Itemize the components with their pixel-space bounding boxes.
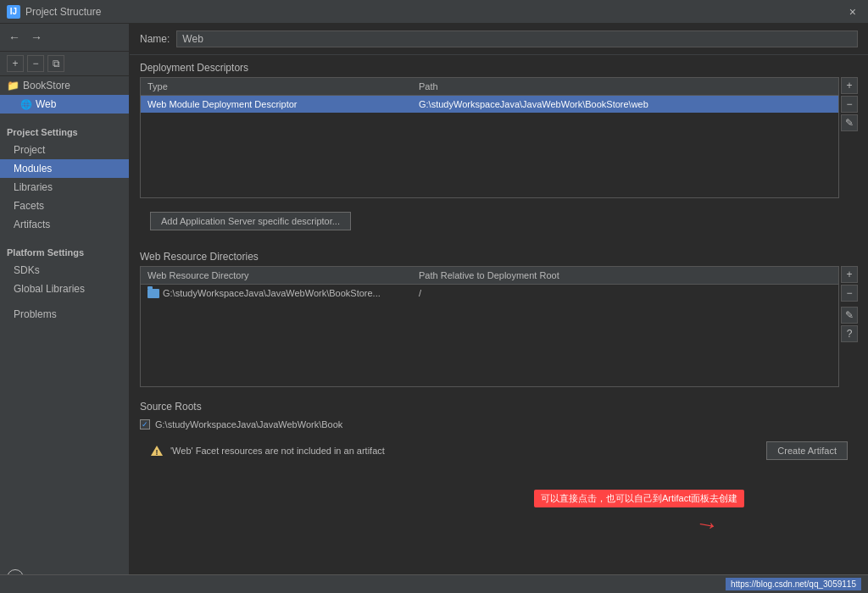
tree-toolbar: + − ⧉ xyxy=(0,52,129,76)
source-root-value: G:\studyWorkspaceJava\JavaWebWork\Book xyxy=(155,419,858,430)
project-icon: 📁 xyxy=(7,80,19,91)
dd-actions: + − ✎ xyxy=(841,77,858,131)
nav-back-button[interactable]: ← xyxy=(7,29,22,46)
sidebar: ← → + − ⧉ 📁 BookStore 🌐 Web Project Sett… xyxy=(0,24,130,593)
title-text: Project Structure xyxy=(25,6,101,18)
sidebar-item-global-libraries-label: Global Libraries xyxy=(14,283,85,295)
main-layout: ← → + − ⧉ 📁 BookStore 🌐 Web Project Sett… xyxy=(0,24,868,593)
wrd-question-button[interactable]: ? xyxy=(841,325,858,342)
sidebar-item-project[interactable]: Project xyxy=(0,141,129,159)
wrd-row-0[interactable]: G:\studyWorkspaceJava\JavaWebWork\BookSt… xyxy=(141,285,838,302)
project-settings-section: Project Settings Project Modules Librari… xyxy=(0,120,129,234)
problems-section: Problems xyxy=(0,305,129,324)
nav-forward-button[interactable]: → xyxy=(29,29,44,46)
name-label: Name: xyxy=(140,33,170,45)
source-roots-title: Source Roots xyxy=(130,394,868,416)
content-area: Name: Deployment Descriptors Type Path W… xyxy=(130,24,868,593)
warning-row: ! 'Web' Facet resources are not included… xyxy=(140,436,858,465)
dd-table-empty xyxy=(141,113,838,197)
sidebar-item-facets-label: Facets xyxy=(14,200,44,212)
dd-remove-button[interactable]: − xyxy=(841,96,858,113)
content-body: Deployment Descriptors Type Path Web Mod… xyxy=(130,55,868,593)
wrd-table-header: Web Resource Directory Path Relative to … xyxy=(141,267,838,285)
sidebar-item-libraries[interactable]: Libraries xyxy=(0,178,129,197)
add-server-button[interactable]: Add Application Server specific descript… xyxy=(150,212,351,230)
web-resource-dirs-title: Web Resource Directories xyxy=(130,244,868,266)
sidebar-item-libraries-label: Libraries xyxy=(14,181,53,193)
folder-icon xyxy=(147,289,159,298)
sidebar-item-sdks-label: SDKs xyxy=(14,264,40,276)
sidebar-item-artifacts-label: Artifacts xyxy=(14,219,50,230)
platform-settings-title: Platform Settings xyxy=(0,241,129,261)
tree-item-bookstore[interactable]: 📁 BookStore xyxy=(0,76,129,95)
wrd-add-button[interactable]: + xyxy=(841,266,858,283)
wrd-table: Web Resource Directory Path Relative to … xyxy=(140,266,839,387)
sidebar-item-modules[interactable]: Modules xyxy=(0,159,129,178)
tree-item-bookstore-label: BookStore xyxy=(23,80,70,91)
dd-table-header: Type Path xyxy=(141,78,838,96)
remove-module-button[interactable]: − xyxy=(27,55,44,72)
title-bar-left: IJ Project Structure xyxy=(7,5,101,19)
dd-table: Type Path Web Module Deployment Descript… xyxy=(140,77,839,198)
add-module-button[interactable]: + xyxy=(7,55,24,72)
warning-icon: ! xyxy=(150,444,164,457)
sidebar-item-problems[interactable]: Problems xyxy=(0,305,129,324)
app-icon: IJ xyxy=(7,5,20,19)
add-server-section: Add Application Server specific descript… xyxy=(140,205,858,237)
dd-row-0[interactable]: Web Module Deployment Descriptor G:\stud… xyxy=(141,96,838,113)
status-url[interactable]: https://blog.csdn.net/qq_3059115 xyxy=(726,578,861,590)
status-bar: https://blog.csdn.net/qq_3059115 xyxy=(0,574,868,593)
title-bar: IJ Project Structure × xyxy=(0,0,868,24)
wrd-row-0-dir: G:\studyWorkspaceJava\JavaWebWork\BookSt… xyxy=(141,285,412,302)
copy-module-button[interactable]: ⧉ xyxy=(47,55,64,72)
wrd-dir-header: Web Resource Directory xyxy=(141,267,412,284)
source-roots-section: Source Roots ✓ G:\studyWorkspaceJava\Jav… xyxy=(130,394,868,433)
tree-item-web-label: Web xyxy=(36,98,56,110)
name-input[interactable] xyxy=(176,30,858,47)
arrow-annotation: → xyxy=(693,509,721,540)
wrd-edit-button[interactable]: ✎ xyxy=(841,307,858,324)
dd-row-0-type: Web Module Deployment Descriptor xyxy=(141,96,412,113)
deployment-descriptors-title: Deployment Descriptors xyxy=(130,55,868,77)
sidebar-item-sdks[interactable]: SDKs xyxy=(0,261,129,280)
sidebar-item-project-label: Project xyxy=(14,144,45,156)
sidebar-nav: ← → xyxy=(0,24,129,52)
source-root-row: ✓ G:\studyWorkspaceJava\JavaWebWork\Book xyxy=(130,416,868,433)
sidebar-item-artifacts[interactable]: Artifacts xyxy=(0,215,129,234)
wrd-table-empty xyxy=(141,302,838,386)
dd-row-0-path: G:\studyWorkspaceJava\JavaWebWork\BookSt… xyxy=(412,96,838,113)
platform-settings-section: Platform Settings SDKs Global Libraries xyxy=(0,241,129,298)
warning-text: 'Web' Facet resources are not included i… xyxy=(170,446,760,456)
sidebar-item-facets[interactable]: Facets xyxy=(0,197,129,215)
project-settings-title: Project Settings xyxy=(0,120,129,141)
dd-path-header: Path xyxy=(412,78,838,95)
wrd-rel-header: Path Relative to Deployment Root xyxy=(412,267,838,284)
wrd-actions: + − ✎ ? xyxy=(841,266,858,342)
close-button[interactable]: × xyxy=(844,3,861,20)
sidebar-item-problems-label: Problems xyxy=(14,308,57,320)
content-header: Name: xyxy=(130,24,868,55)
dd-edit-button[interactable]: ✎ xyxy=(841,114,858,131)
web-module-icon: 🌐 xyxy=(20,99,32,110)
tree-item-web[interactable]: 🌐 Web xyxy=(0,95,129,114)
wrd-remove-button[interactable]: − xyxy=(841,285,858,302)
wrd-row-0-rel: / xyxy=(412,285,838,302)
dd-add-button[interactable]: + xyxy=(841,77,858,94)
source-root-checkbox[interactable]: ✓ xyxy=(140,419,150,430)
dd-type-header: Type xyxy=(141,78,412,95)
sidebar-item-global-libraries[interactable]: Global Libraries xyxy=(0,280,129,298)
tooltip-annotation: 可以直接点击，也可以自己到Artifact面板去创建 xyxy=(534,490,744,507)
svg-text:!: ! xyxy=(156,448,159,457)
create-artifact-button[interactable]: Create Artifact xyxy=(766,441,848,460)
sidebar-item-modules-label: Modules xyxy=(14,163,52,175)
deployment-descriptors-section: Type Path Web Module Deployment Descript… xyxy=(140,77,858,198)
wrd-section: Web Resource Directory Path Relative to … xyxy=(140,266,858,387)
